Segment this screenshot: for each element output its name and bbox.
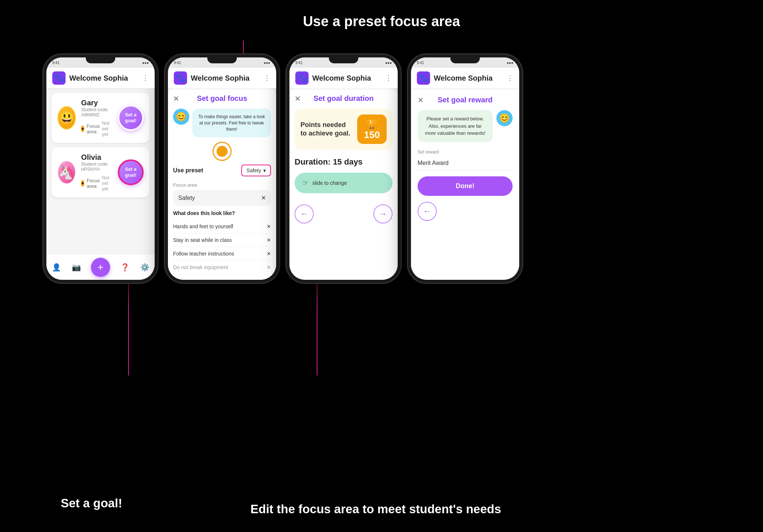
- phone4-modal-title: Set goal reward: [438, 96, 493, 104]
- phone3-next-btn[interactable]: →: [373, 204, 393, 223]
- gary-card: 😃 Gary Student code: A96WMZ ★ Focus area…: [52, 93, 150, 143]
- fab-add-button[interactable]: +: [91, 258, 110, 277]
- gary-focus-row: ★ Focus area: Not set yet: [81, 120, 113, 137]
- phone2-close-btn[interactable]: ✕: [173, 94, 179, 103]
- phone3-points-badge: 🏆 150: [357, 114, 387, 144]
- phone3-logo: 🐾: [295, 71, 309, 85]
- phone2-focus-area-clear[interactable]: ✕: [261, 194, 266, 201]
- olivia-focus-row: ★ Focus area: Not set yet: [81, 175, 113, 191]
- gary-avatar: 😃: [57, 106, 76, 130]
- gary-info: Gary Student code: A96WMZ ★ Focus area: …: [81, 99, 113, 137]
- phone2-modal-title: Set goal focus: [197, 94, 247, 103]
- top-annotation-title: Use a preset focus area: [299, 12, 465, 32]
- phone-1: 9:41 ●●● 🐾 Welcome Sophia ⋮ 😃 Gary Stude…: [43, 54, 158, 283]
- behavior-remove-2[interactable]: ✕: [267, 237, 271, 243]
- phone4-reward-value[interactable]: Merit Award: [418, 156, 513, 170]
- phone2-chat-area: 😊 To make things easier, take a look at …: [192, 109, 271, 137]
- phone2-menu[interactable]: ⋮: [264, 74, 270, 82]
- nav-camera-icon[interactable]: 📷: [71, 262, 81, 272]
- olivia-avatar: 🦄: [57, 161, 76, 184]
- phone3-slide-label: slide to change: [312, 180, 347, 186]
- phone1-content: 😃 Gary Student code: A96WMZ ★ Focus area…: [46, 88, 155, 254]
- olivia-card: 🦄 Olivia Student code: HPSNYH ★ Focus ar…: [52, 147, 150, 197]
- nav-help-icon[interactable]: ❓: [120, 262, 130, 272]
- bottom-right-annotation: Edit the focus area to meet student's ne…: [250, 501, 501, 517]
- behavior-text-3: Follow teacher instructions: [173, 251, 234, 257]
- phone3-points-title: Points needed to achieve goal.: [300, 121, 351, 138]
- phone2-title: Welcome Sophia: [191, 74, 260, 82]
- phone4-reward-field: Set reward Merit Award: [418, 149, 513, 170]
- phone1-bottom-nav: 👤 📷 + ❓ ⚙️: [46, 254, 155, 280]
- olivia-set-goal-btn[interactable]: Set a goal!: [118, 159, 144, 185]
- olivia-focus-icon: ★: [81, 180, 84, 187]
- phone2-behaviors-section: What does this look like? Hands and feet…: [173, 210, 271, 274]
- phone1-menu[interactable]: ⋮: [142, 74, 149, 82]
- gary-set-goal-btn[interactable]: Set a goal!: [118, 105, 144, 131]
- phone4-close-btn[interactable]: ✕: [418, 96, 424, 105]
- phone3-back-btn[interactable]: ←: [295, 204, 314, 223]
- phone3-close-btn[interactable]: ✕: [295, 94, 301, 103]
- behavior-remove-4[interactable]: ✕: [267, 264, 271, 270]
- phone3-duration-label: Duration: 15 days: [295, 157, 393, 167]
- behavior-item-4: Do not break equipment ✕: [173, 261, 271, 274]
- phone4-reward-label: Set reward: [418, 149, 513, 155]
- phone2-focus-area-value: Safety: [178, 195, 195, 201]
- behavior-item-2: Stay in seat while in class ✕: [173, 233, 271, 247]
- behavior-text-2: Stay in seat while in class: [173, 237, 232, 243]
- phone4-back-btn[interactable]: ←: [418, 202, 437, 221]
- phone4-chat-row: Please set a reward below. Also, experie…: [418, 110, 513, 142]
- phone1-header: 🐾 Welcome Sophia ⋮: [46, 68, 155, 88]
- phone3-slide-btn[interactable]: ☞ slide to change: [295, 173, 393, 193]
- behavior-item-1: Hands and feet to yourself ✕: [173, 220, 271, 233]
- olivia-name: Olivia: [81, 153, 113, 162]
- phone4-header: 🐾 Welcome Sophia ⋮: [411, 68, 519, 88]
- phone2-dropdown-chevron: ▾: [263, 168, 266, 173]
- phone4-chat-bubble: Please set a reward below. Also, experie…: [418, 110, 493, 142]
- phone-2: 9:41 ●●● 🐾 Welcome Sophia ⋮ ✕ Set goal f…: [165, 54, 279, 283]
- gary-focus-value: Not set yet: [102, 120, 113, 137]
- phone2-focus-area-input[interactable]: Safety ✕: [173, 190, 271, 206]
- olivia-code: Student code: HPSNYH: [81, 162, 113, 172]
- phone2-mascot: 😊: [173, 109, 189, 125]
- phone4-menu[interactable]: ⋮: [507, 74, 513, 82]
- phone4-done-btn[interactable]: Done!: [418, 176, 513, 196]
- nav-settings-icon[interactable]: ⚙️: [140, 262, 150, 272]
- behavior-text-4: Do not break equipment: [173, 264, 228, 270]
- gary-focus-icon: ★: [81, 126, 84, 132]
- gary-focus-label: Focus area:: [87, 123, 99, 134]
- phone2-header: 🐾 Welcome Sophia ⋮: [168, 68, 276, 88]
- slide-finger-icon: ☞: [302, 179, 309, 187]
- phone4-mascot: 😊: [496, 110, 513, 126]
- phone2-preset-dropdown[interactable]: Safety ▾: [241, 165, 271, 176]
- phone-3: 9:41 ●●● 🐾 Welcome Sophia ⋮ ✕ Set goal d…: [286, 54, 401, 283]
- phone2-logo: 🐾: [174, 71, 187, 85]
- phone4-title: Welcome Sophia: [434, 74, 503, 82]
- gary-name: Gary: [81, 99, 113, 107]
- olivia-focus-value: Not set yet: [102, 175, 113, 191]
- phone1-notch: [86, 57, 115, 63]
- phone2-toggle[interactable]: [212, 142, 232, 161]
- phone2-modal-sheet: ✕ Set goal focus 😊 To make things easier…: [168, 88, 276, 280]
- phone2-focus-area-label: Focus area: [173, 182, 271, 188]
- phone2-behaviors-title: What does this look like?: [173, 210, 271, 216]
- phone2-notch: [207, 57, 237, 63]
- behavior-remove-3[interactable]: ✕: [267, 251, 271, 257]
- phone3-modal-header: ✕ Set goal duration: [295, 94, 393, 103]
- trophy-icon: 🏆: [366, 119, 377, 129]
- nav-profile-icon[interactable]: 👤: [51, 262, 61, 272]
- behavior-item-3: Follow teacher instructions ✕: [173, 247, 271, 261]
- phone3-header: 🐾 Welcome Sophia ⋮: [289, 68, 398, 88]
- phone3-title: Welcome Sophia: [312, 74, 382, 82]
- behavior-remove-1[interactable]: ✕: [267, 223, 271, 229]
- phone3-points-value: 150: [364, 130, 380, 140]
- phone2-chat-bubble: To make things easier, take a look at ou…: [192, 109, 271, 137]
- phone2-focus-area-section: Focus area Safety ✕: [173, 182, 271, 206]
- phone-4: 9:41 ●●● 🐾 Welcome Sophia ⋮ ✕ Set goal r…: [408, 54, 522, 283]
- phone3-menu[interactable]: ⋮: [385, 74, 392, 82]
- phone3-notch: [329, 57, 358, 63]
- olivia-info: Olivia Student code: HPSNYH ★ Focus area…: [81, 153, 113, 191]
- olivia-focus-label: Focus area:: [87, 178, 99, 189]
- phone4-modal-header: ✕ Set goal reward: [418, 96, 513, 104]
- bottom-left-annotation: Set a goal!: [61, 496, 122, 511]
- phone4-reward-content: ✕ Set goal reward Please set a reward be…: [411, 88, 519, 280]
